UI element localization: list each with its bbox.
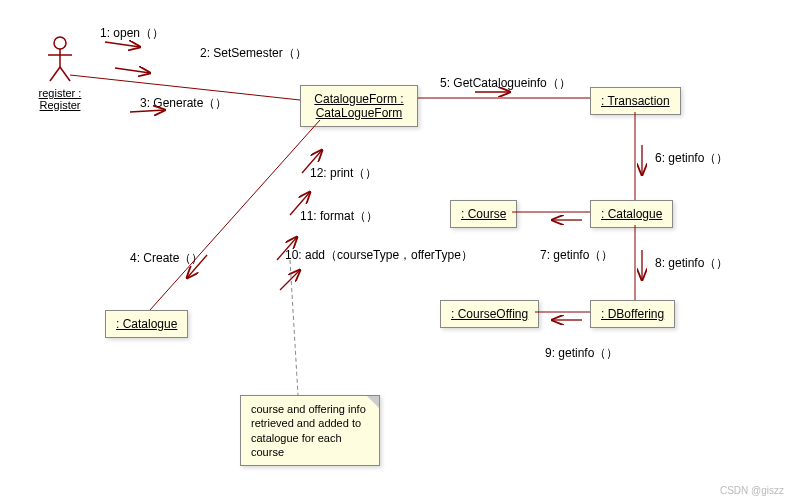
actor-name: register :: [39, 87, 82, 99]
object-catalogue-form: CatalogueForm : CataLogueForm: [300, 85, 418, 127]
svg-point-0: [54, 37, 66, 49]
msg-8: 8: getinfo（）: [655, 255, 728, 272]
msg-10: 10: add（courseType，offerType）: [285, 247, 473, 264]
object-catalogue-1: : Catalogue: [590, 200, 673, 228]
svg-line-3: [50, 67, 60, 81]
svg-line-9: [150, 120, 320, 310]
msg-11: 11: format（）: [300, 208, 378, 225]
actor-register: register : Register: [30, 35, 90, 111]
svg-line-25: [290, 260, 298, 395]
object-transaction: : Transaction: [590, 87, 681, 115]
note-box: course and offering info retrieved and a…: [240, 395, 380, 466]
object-course: : Course: [450, 200, 517, 228]
svg-line-7: [115, 68, 150, 73]
object-catalogue-2: : Catalogue: [105, 310, 188, 338]
msg-9: 9: getinfo（）: [545, 345, 618, 362]
msg-7: 7: getinfo（）: [540, 247, 613, 264]
watermark: CSDN @giszz: [720, 485, 784, 496]
svg-line-6: [105, 42, 140, 47]
msg-1: 1: open（）: [100, 25, 164, 42]
actor-class: Register: [40, 99, 81, 111]
svg-line-4: [60, 67, 70, 81]
msg-4: 4: Create（）: [130, 250, 203, 267]
msg-12: 12: print（）: [310, 165, 377, 182]
msg-5: 5: GetCatalogueinfo（）: [440, 75, 571, 92]
msg-2: 2: SetSemester（）: [200, 45, 307, 62]
object-dboffering: : DBoffering: [590, 300, 675, 328]
svg-line-11: [280, 270, 300, 290]
msg-3: 3: Generate（）: [140, 95, 227, 112]
actor-label: register : Register: [30, 87, 90, 111]
msg-6: 6: getinfo（）: [655, 150, 728, 167]
actor-icon: [42, 35, 78, 85]
object-course-offing: : CourseOffing: [440, 300, 539, 328]
